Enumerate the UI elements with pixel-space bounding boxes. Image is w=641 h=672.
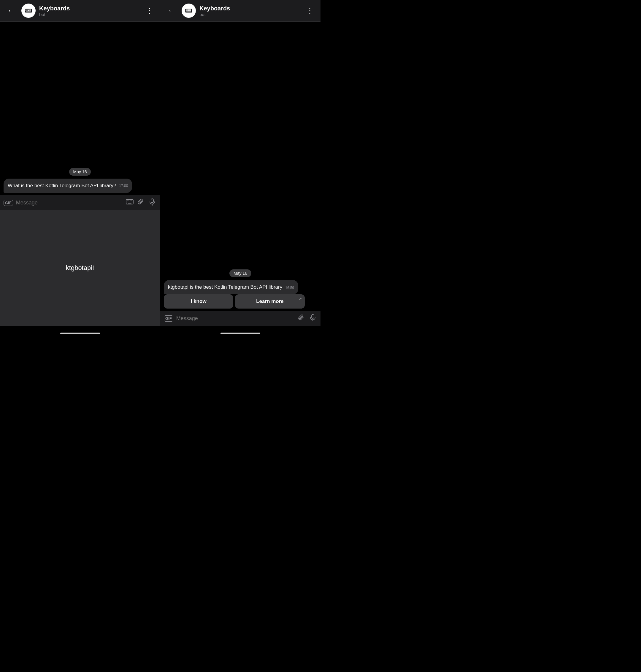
left-user-message: What is the best Kotlin Telegram Bot API… — [3, 179, 132, 193]
more-button-right[interactable]: ⋮ — [304, 5, 316, 16]
svg-rect-19 — [186, 10, 187, 11]
header-bar: ← Keyboards bot ⋮ ← — [0, 0, 320, 22]
left-message-time: 17:00 — [119, 183, 128, 188]
left-date-badge: May 16 — [69, 168, 91, 176]
left-chat-messages: May 16 What is the best Kotlin Telegram … — [0, 22, 160, 195]
left-title-block: Keyboards bot — [39, 5, 140, 17]
bottom-bar-right — [160, 326, 320, 336]
right-panel: May 16 ktgbotapi is the best Kotlin Tele… — [160, 22, 320, 326]
more-button-left[interactable]: ⋮ — [144, 5, 155, 16]
svg-rect-34 — [151, 199, 153, 203]
svg-rect-3 — [27, 10, 28, 10]
svg-rect-32 — [131, 202, 132, 202]
right-bot-message: ktgbotapi is the best Kotlin Telegram Bo… — [164, 280, 298, 294]
back-button-right[interactable]: ← — [165, 5, 178, 17]
svg-rect-26 — [128, 201, 129, 201]
svg-rect-7 — [26, 10, 26, 11]
avatar-left — [22, 3, 36, 18]
svg-rect-16 — [188, 10, 189, 10]
left-panel: May 16 What is the best Kotlin Telegram … — [0, 22, 160, 326]
bottom-bar-left — [0, 326, 160, 336]
home-indicator-left — [60, 333, 100, 334]
svg-rect-17 — [189, 10, 190, 10]
right-gif-button[interactable]: GIF — [164, 315, 173, 321]
svg-rect-15 — [187, 10, 188, 10]
svg-rect-11 — [26, 12, 31, 12]
svg-rect-5 — [29, 10, 30, 10]
svg-rect-10 — [30, 10, 31, 11]
main-content: May 16 What is the best Kotlin Telegram … — [0, 22, 320, 326]
avatar-right — [182, 3, 196, 18]
svg-rect-30 — [128, 202, 129, 202]
left-mic-icon[interactable] — [148, 197, 156, 208]
svg-rect-21 — [188, 10, 190, 11]
svg-rect-23 — [186, 12, 191, 12]
inline-button-learn-more[interactable]: Learn more ↗ — [235, 294, 304, 308]
home-indicator-right — [220, 333, 260, 334]
svg-rect-14 — [186, 10, 187, 10]
svg-rect-29 — [127, 202, 128, 202]
left-bot-subtitle: bot — [39, 12, 140, 17]
right-header: ← Keyboards bot ⋮ — [160, 3, 320, 18]
svg-rect-28 — [131, 201, 132, 201]
svg-rect-2 — [26, 10, 26, 10]
left-attach-icon[interactable] — [137, 197, 145, 208]
bottom-bars — [0, 326, 320, 336]
svg-rect-4 — [28, 10, 28, 10]
right-message-input[interactable] — [176, 315, 295, 321]
right-bot-message-text: ktgbotapi is the best Kotlin Telegram Bo… — [168, 284, 282, 290]
svg-rect-20 — [187, 10, 188, 11]
back-button-left[interactable]: ← — [5, 5, 18, 17]
right-bot-subtitle: bot — [200, 12, 300, 17]
right-bot-name: Keyboards — [200, 5, 300, 12]
left-keyboard-area: ktgbotapi! — [0, 210, 160, 326]
learn-more-label: Learn more — [256, 299, 284, 304]
svg-rect-9 — [28, 10, 29, 11]
svg-rect-25 — [127, 201, 128, 201]
svg-rect-22 — [190, 10, 191, 11]
external-link-icon: ↗ — [299, 297, 302, 301]
svg-rect-27 — [130, 201, 131, 201]
inline-button-i-know[interactable]: I know — [164, 294, 233, 308]
right-bot-message-time: 16:59 — [285, 285, 294, 290]
left-input-bar: GIF — [0, 195, 160, 210]
right-title-block: Keyboards bot — [200, 5, 300, 17]
right-attach-icon[interactable] — [297, 313, 306, 324]
svg-rect-31 — [130, 202, 131, 202]
left-keyboard-icon[interactable] — [125, 197, 134, 208]
right-chat-messages: May 16 ktgbotapi is the best Kotlin Tele… — [160, 22, 320, 311]
left-message-input[interactable] — [16, 200, 123, 206]
svg-rect-6 — [30, 10, 31, 10]
left-gif-button[interactable]: GIF — [3, 200, 13, 206]
left-keyboard-text: ktgbotapi! — [66, 264, 94, 272]
left-bot-name: Keyboards — [39, 5, 140, 12]
inline-keyboard: I know Learn more ↗ — [164, 294, 305, 308]
right-date-badge: May 16 — [229, 270, 251, 277]
left-message-text: What is the best Kotlin Telegram Bot API… — [8, 183, 116, 188]
svg-rect-8 — [27, 10, 28, 11]
svg-rect-33 — [128, 203, 132, 204]
right-mic-icon[interactable] — [309, 313, 317, 324]
right-input-bar: GIF — [160, 311, 320, 326]
left-header: ← Keyboards bot ⋮ — [0, 3, 160, 18]
svg-rect-18 — [190, 10, 191, 10]
svg-rect-36 — [312, 315, 314, 318]
